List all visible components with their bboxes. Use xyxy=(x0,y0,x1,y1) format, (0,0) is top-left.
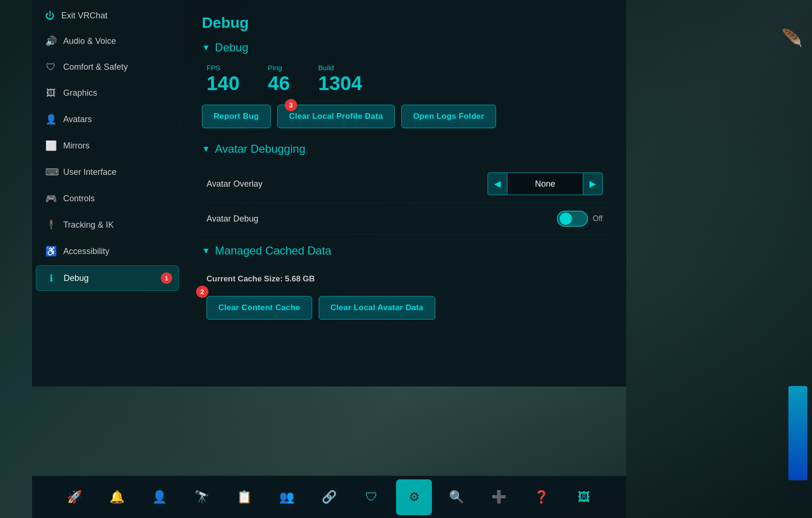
build-value: 1304 xyxy=(318,74,362,93)
shield-icon: 🛡 xyxy=(45,62,57,73)
sidebar: ⏻ Exit VRChat 🔊 Audio & Voice 🛡 Comfort … xyxy=(32,0,183,386)
nav-help-button[interactable]: ❓ xyxy=(523,479,559,515)
avatar-debug-section-title: Avatar Debugging xyxy=(215,142,306,156)
exit-icon: ⏻ xyxy=(45,10,55,21)
sidebar-item-label-mirrors: Mirrors xyxy=(63,141,90,151)
audio-icon: 🔊 xyxy=(45,35,57,47)
debug-section-title: Debug xyxy=(215,41,249,54)
sidebar-item-accessibility[interactable]: ♿ Accessibility xyxy=(36,239,179,263)
tracking-icon: 🕴 xyxy=(45,219,57,230)
avatar-debug-toggle[interactable] xyxy=(557,211,588,227)
debug-icon: ℹ xyxy=(46,272,57,284)
sidebar-debug-badge: 1 xyxy=(161,272,172,284)
cache-buttons-row: 2 Clear Content Cache Clear Local Avatar… xyxy=(202,291,607,324)
sidebar-item-controls[interactable]: 🎮 Controls xyxy=(36,186,179,211)
right-accent-bar xyxy=(788,386,807,480)
avatar-icon: 👤 xyxy=(45,114,57,125)
cache-chevron-icon: ▼ xyxy=(202,246,210,256)
sidebar-item-graphics[interactable]: 🖼 Graphics xyxy=(36,81,179,105)
avatar-debug-toggle-label: Off xyxy=(593,214,603,223)
sidebar-item-label-audio: Audio & Voice xyxy=(63,36,116,46)
avatar-debug-label: Avatar Debug xyxy=(207,214,258,224)
ping-stat: Ping 46 xyxy=(268,64,290,93)
nav-network-button[interactable]: 🔗 xyxy=(311,479,347,515)
fps-label: FPS xyxy=(207,64,240,72)
sidebar-item-avatars[interactable]: 👤 Avatars xyxy=(36,107,179,132)
nav-worlds-button[interactable]: 📋 xyxy=(226,479,262,515)
clear-local-avatar-button[interactable]: Clear Local Avatar Data xyxy=(319,296,435,320)
avatar-overlay-prev-button[interactable]: ◀ xyxy=(488,173,507,195)
ping-value: 46 xyxy=(268,74,290,93)
report-bug-button[interactable]: Report Bug xyxy=(202,105,271,128)
avatar-overlay-row: Avatar Overlay ◀ None ▶ xyxy=(202,165,607,203)
sidebar-item-label-ui: User Interface xyxy=(63,167,116,177)
avatar-overlay-picker: ◀ None ▶ xyxy=(488,173,603,195)
badge-2: 2 xyxy=(196,286,208,298)
sidebar-item-label-debug: Debug xyxy=(64,273,89,283)
ui-icon: ⌨ xyxy=(45,166,57,178)
nav-explore-button[interactable]: 🔭 xyxy=(184,479,220,515)
avatar-overlay-label: Avatar Overlay xyxy=(207,179,263,189)
mirror-icon: ⬜ xyxy=(45,140,57,151)
nav-social-button[interactable]: 🚀 xyxy=(57,479,92,515)
content-area: Debug ▼ Debug FPS 140 Ping 46 Build 1304… xyxy=(183,0,626,386)
page-title: Debug xyxy=(202,14,607,32)
sidebar-item-mirrors[interactable]: ⬜ Mirrors xyxy=(36,133,179,158)
sidebar-item-label-avatars: Avatars xyxy=(63,115,92,124)
cache-size-display: Current Cache Size: 5.68 GB xyxy=(202,267,607,291)
debug-section-header: ▼ Debug xyxy=(202,41,607,54)
graphics-icon: 🖼 xyxy=(45,88,57,99)
fps-value: 140 xyxy=(207,74,240,93)
avatar-debug-row: Avatar Debug Off xyxy=(202,203,607,235)
badge-3: 3 xyxy=(285,99,297,111)
sidebar-item-label-accessibility: Accessibility xyxy=(63,247,109,256)
debug-chevron-icon: ▼ xyxy=(202,43,210,53)
nav-group-button[interactable]: 👥 xyxy=(269,479,305,515)
sidebar-item-tracking-ik[interactable]: 🕴 Tracking & IK xyxy=(36,213,179,237)
avatar-debug-toggle-knob xyxy=(560,213,572,225)
nav-profile-button[interactable]: 👤 xyxy=(141,479,177,515)
sidebar-item-label-comfort: Comfort & Safety xyxy=(63,62,128,72)
nav-settings-button[interactable]: ⚙ xyxy=(396,479,432,515)
cache-section-title: Managed Cached Data xyxy=(215,244,331,257)
build-label: Build xyxy=(318,64,362,72)
avatar-debug-chevron-icon: ▼ xyxy=(202,144,210,154)
nav-notifications-button[interactable]: 🔔 xyxy=(99,479,135,515)
sidebar-item-exit-vrchat[interactable]: ⏻ Exit VRChat xyxy=(36,5,179,27)
nav-search-button[interactable]: 🔍 xyxy=(439,479,474,515)
build-stat: Build 1304 xyxy=(318,64,362,93)
debug-stats: FPS 140 Ping 46 Build 1304 xyxy=(202,64,607,93)
ping-label: Ping xyxy=(268,64,290,72)
sidebar-item-label-graphics: Graphics xyxy=(63,88,97,98)
nav-gallery-button[interactable]: 🖼 xyxy=(566,479,602,515)
accessibility-icon: ♿ xyxy=(45,246,57,257)
controls-icon: 🎮 xyxy=(45,193,57,204)
right-panel: 🪶 xyxy=(626,0,812,518)
clear-content-cache-button[interactable]: Clear Content Cache xyxy=(207,296,312,320)
sidebar-item-debug[interactable]: ℹ Debug 1 xyxy=(36,265,179,291)
sidebar-item-audio-voice[interactable]: 🔊 Audio & Voice xyxy=(36,29,179,53)
sidebar-item-user-interface[interactable]: ⌨ User Interface xyxy=(36,160,179,184)
sidebar-item-comfort-safety[interactable]: 🛡 Comfort & Safety xyxy=(36,55,179,79)
sidebar-item-label-exit: Exit VRChat xyxy=(61,11,108,21)
debug-buttons-row: 3 Report Bug Clear Local Profile Data Op… xyxy=(202,105,607,128)
avatar-debug-toggle-container: Off xyxy=(557,211,603,227)
nav-shield-button[interactable]: 🛡 xyxy=(354,479,389,515)
fps-stat: FPS 140 xyxy=(207,64,240,93)
avatar-overlay-value: None xyxy=(507,173,583,195)
nav-add-button[interactable]: ➕ xyxy=(481,479,517,515)
open-logs-button[interactable]: Open Logs Folder xyxy=(401,105,496,128)
cache-section-header: ▼ Managed Cached Data xyxy=(202,244,607,257)
avatar-overlay-next-button[interactable]: ▶ xyxy=(583,173,603,195)
feather-icon: 🪶 xyxy=(781,28,803,48)
sidebar-item-label-tracking: Tracking & IK xyxy=(63,220,114,230)
bottom-nav: 🚀 🔔 👤 🔭 📋 👥 🔗 🛡 ⚙ 🔍 ➕ ❓ 🖼 xyxy=(32,476,626,518)
sidebar-item-label-controls: Controls xyxy=(63,194,95,204)
avatar-debug-section-header: ▼ Avatar Debugging xyxy=(202,142,607,156)
